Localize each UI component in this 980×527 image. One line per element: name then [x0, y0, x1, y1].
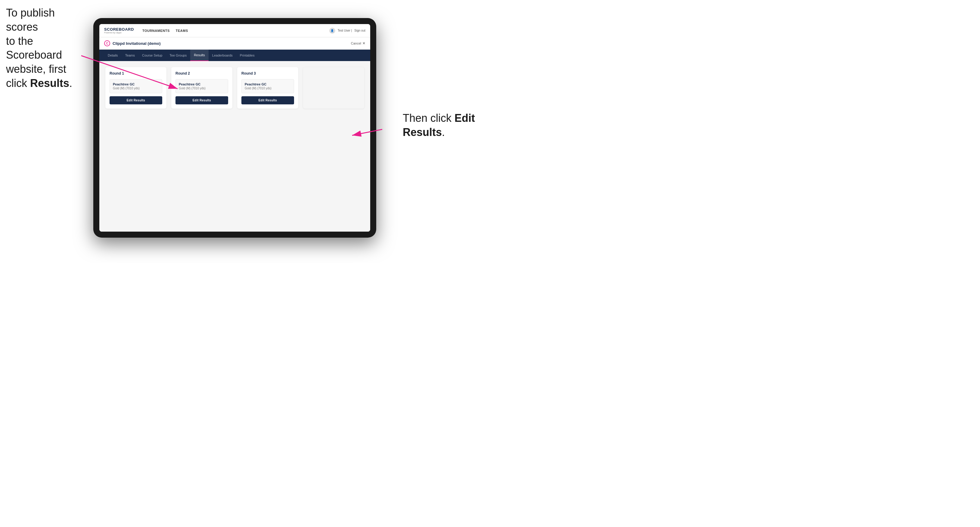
logo-text: SCOREBOARD — [104, 27, 134, 31]
round-1-course-card: Peachtree GC Gold (M) (7010 yds) — [110, 79, 162, 93]
nav-teams[interactable]: TEAMS — [176, 28, 188, 34]
round-2-course-name: Peachtree GC — [179, 83, 225, 86]
tablet-device: SCOREBOARD Powered by clippd TOURNAMENTS… — [93, 18, 376, 238]
round-2-edit-results-button[interactable]: Edit Results — [175, 96, 228, 105]
round-3-course-name: Peachtree GC — [245, 83, 291, 86]
round-2-course-card: Peachtree GC Gold (M) (7010 yds) — [175, 79, 228, 93]
left-period: . — [69, 77, 72, 89]
nav-links: TOURNAMENTS TEAMS — [142, 28, 329, 34]
round-1-edit-results-button[interactable]: Edit Results — [110, 96, 162, 105]
round-3-title: Round 3 — [242, 71, 294, 76]
cancel-button[interactable]: Cancel ✕ — [351, 41, 365, 45]
tab-leaderboards[interactable]: Leaderboards — [208, 50, 236, 61]
right-period: . — [442, 126, 445, 138]
top-nav: SCOREBOARD Powered by clippd TOURNAMENTS… — [99, 24, 370, 37]
nav-right: 👤 Test User | Sign out — [329, 28, 365, 34]
right-text: Then click — [403, 112, 455, 124]
round-1-course-name: Peachtree GC — [113, 83, 159, 86]
cancel-label: Cancel — [351, 41, 361, 45]
round-3-course-detail: Gold (M) (7010 yds) — [245, 87, 291, 90]
tablet-screen: SCOREBOARD Powered by clippd TOURNAMENTS… — [99, 24, 370, 232]
close-icon: ✕ — [363, 41, 365, 45]
results-bold: Results — [30, 77, 69, 89]
round-1-course-detail: Gold (M) (7010 yds) — [113, 87, 159, 90]
tab-bar: Details Teams Course Setup Tee Groups Re… — [99, 50, 370, 61]
nav-tournaments[interactable]: TOURNAMENTS — [142, 28, 170, 34]
tournament-title-row: C Clippd Invitational (demo) — [104, 40, 161, 46]
round-1-card: Round 1 Peachtree GC Gold (M) (7010 yds)… — [105, 67, 167, 109]
powered-text: Powered by clippd — [104, 32, 134, 34]
main-content: Round 1 Peachtree GC Gold (M) (7010 yds)… — [99, 61, 370, 232]
round-2-card: Round 2 Peachtree GC Gold (M) (7010 yds)… — [171, 67, 232, 109]
sign-out-link[interactable]: Sign out — [354, 29, 365, 32]
logo-area: SCOREBOARD Powered by clippd — [104, 27, 135, 34]
tab-printables[interactable]: Printables — [236, 50, 258, 61]
round-3-card: Round 3 Peachtree GC Gold (M) (7010 yds)… — [237, 67, 298, 109]
round-1-title: Round 1 — [110, 71, 162, 76]
user-text: Test User | — [338, 29, 352, 32]
tournament-header: C Clippd Invitational (demo) Cancel ✕ — [99, 37, 370, 50]
right-instruction: Then click Edit Results. — [403, 111, 481, 140]
round-3-edit-results-button[interactable]: Edit Results — [242, 96, 294, 105]
left-instruction: To publish scoresto the Scoreboardwebsit… — [6, 6, 84, 90]
round-2-title: Round 2 — [175, 71, 228, 76]
tab-course-setup[interactable]: Course Setup — [138, 50, 166, 61]
round-3-course-card: Peachtree GC Gold (M) (7010 yds) — [242, 79, 294, 93]
rounds-grid: Round 1 Peachtree GC Gold (M) (7010 yds)… — [105, 67, 364, 109]
tab-teams[interactable]: Teams — [122, 50, 138, 61]
user-icon: 👤 — [329, 28, 335, 34]
round-4-empty — [303, 67, 364, 109]
tab-details[interactable]: Details — [104, 50, 122, 61]
tab-tee-groups[interactable]: Tee Groups — [166, 50, 190, 61]
round-2-course-detail: Gold (M) (7010 yds) — [179, 87, 225, 90]
tournament-c-icon: C — [104, 40, 110, 46]
tab-results[interactable]: Results — [190, 50, 208, 61]
tournament-title: Clippd Invitational (demo) — [113, 41, 161, 46]
